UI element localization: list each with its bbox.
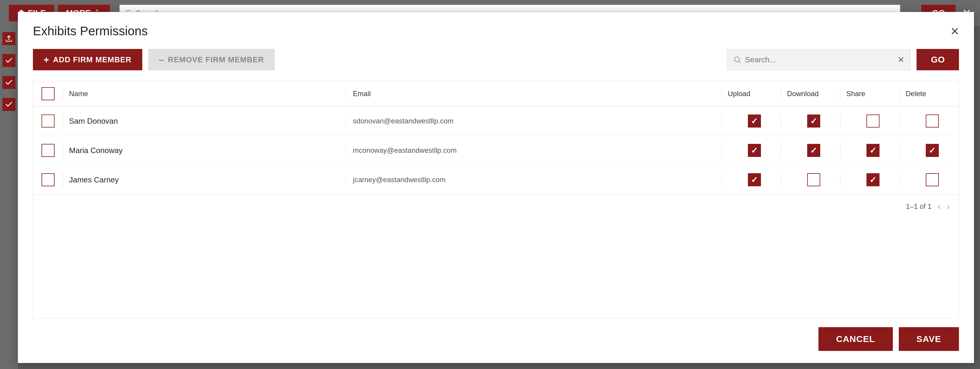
download-1-checkbox[interactable]: [807, 115, 820, 128]
svg-point-2: [735, 57, 739, 62]
row-select-col: [33, 144, 63, 157]
row-email: sdonovan@eastandwestllp.com: [346, 117, 722, 125]
remove-icon: –: [159, 55, 164, 64]
row-name: Maria Conoway: [63, 143, 346, 158]
modal-search-input[interactable]: [745, 55, 894, 64]
modal-go-button[interactable]: GO: [916, 49, 959, 70]
table-body: Sam Donovan sdonovan@eastandwestllp.com …: [33, 107, 959, 195]
row-share-col: [840, 173, 899, 186]
row-select-2-checkbox[interactable]: [41, 144, 54, 157]
row-upload-col: [722, 144, 781, 157]
row-name: James Carney: [63, 173, 346, 187]
row-share-col: [840, 115, 899, 128]
download-3-checkbox[interactable]: [807, 173, 820, 186]
modal-header: Exhibits Permissions ×: [33, 24, 959, 38]
row-download-col: [781, 115, 840, 128]
prev-page-button[interactable]: ‹: [938, 201, 941, 212]
sidebar: [0, 26, 18, 369]
add-firm-member-button[interactable]: + ADD FIRM MEMBER: [33, 49, 142, 70]
row-select-1-checkbox[interactable]: [41, 115, 54, 128]
header-delete-col: Delete: [899, 88, 959, 100]
modal-footer: CANCEL SAVE: [33, 318, 959, 351]
header-download-col: Download: [781, 88, 840, 100]
row-download-col: [781, 144, 840, 157]
row-delete-col: [899, 115, 959, 128]
upload-2-checkbox[interactable]: [748, 144, 761, 157]
modal-search-icon: [733, 56, 741, 64]
header-upload-col: Upload: [722, 88, 781, 100]
share-2-checkbox[interactable]: [867, 144, 880, 157]
add-icon: +: [44, 55, 49, 64]
download-2-checkbox[interactable]: [807, 144, 820, 157]
table-header-row: Name Email Upload Download Share Delete: [33, 81, 959, 107]
modal-search-clear-button[interactable]: ✕: [897, 55, 904, 65]
header-check-col: [33, 87, 63, 100]
header-name-col: Name: [63, 88, 346, 100]
row-download-col: [781, 173, 840, 186]
modal-dialog: Exhibits Permissions × + ADD FIRM MEMBER…: [18, 12, 974, 363]
upload-1-checkbox[interactable]: [748, 115, 761, 128]
remove-btn-label: REMOVE FIRM MEMBER: [168, 55, 264, 64]
share-3-checkbox[interactable]: [867, 173, 880, 186]
row-delete-col: [899, 144, 959, 157]
row-email: jcarney@eastandwestllp.com: [346, 176, 722, 184]
sidebar-upload-icon[interactable]: [2, 32, 16, 45]
row-share-col: [840, 144, 899, 157]
next-page-button[interactable]: ›: [947, 201, 950, 212]
sidebar-check3-icon[interactable]: [2, 98, 16, 111]
row-name: Sam Donovan: [63, 113, 346, 128]
header-email-col: Email: [346, 88, 722, 100]
save-button[interactable]: SAVE: [899, 327, 959, 351]
cancel-button[interactable]: CANCEL: [818, 327, 893, 351]
header-share-col: Share: [840, 88, 899, 100]
row-select-3-checkbox[interactable]: [41, 173, 54, 186]
upload-3-checkbox[interactable]: [748, 173, 761, 186]
delete-2-checkbox[interactable]: [926, 144, 939, 157]
svg-line-3: [739, 61, 741, 63]
select-all-checkbox[interactable]: [41, 87, 54, 100]
table-row: James Carney jcarney@eastandwestllp.com: [33, 165, 959, 195]
modal-search-wrap: ✕: [727, 49, 911, 70]
permissions-table: Name Email Upload Download Share Delete …: [33, 81, 959, 318]
share-1-checkbox[interactable]: [867, 115, 880, 128]
sidebar-check-icon[interactable]: [2, 54, 16, 67]
modal-toolbar: + ADD FIRM MEMBER – REMOVE FIRM MEMBER ✕…: [33, 49, 959, 70]
add-btn-label: ADD FIRM MEMBER: [53, 55, 132, 64]
modal-title: Exhibits Permissions: [33, 24, 148, 38]
modal-close-button[interactable]: ×: [951, 24, 959, 38]
remove-firm-member-button[interactable]: – REMOVE FIRM MEMBER: [148, 49, 275, 70]
delete-3-checkbox[interactable]: [926, 173, 939, 186]
row-select-col: [33, 115, 63, 128]
row-delete-col: [899, 173, 959, 186]
row-select-col: [33, 173, 63, 186]
delete-1-checkbox[interactable]: [926, 115, 939, 128]
table-row: Sam Donovan sdonovan@eastandwestllp.com: [33, 107, 959, 136]
sidebar-check2-icon[interactable]: [2, 76, 16, 89]
row-upload-col: [722, 115, 781, 128]
pagination-bar: 1–1 of 1 ‹ ›: [33, 195, 959, 218]
table-row: Maria Conoway mconoway@eastandwestllp.co…: [33, 136, 959, 165]
pagination-info: 1–1 of 1: [906, 202, 932, 211]
row-email: mconoway@eastandwestllp.com: [346, 146, 722, 155]
row-upload-col: [722, 173, 781, 186]
